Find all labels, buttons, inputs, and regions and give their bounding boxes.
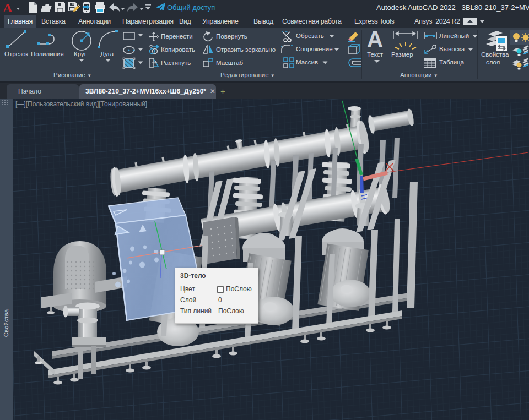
- svg-text:A: A: [3, 1, 13, 14]
